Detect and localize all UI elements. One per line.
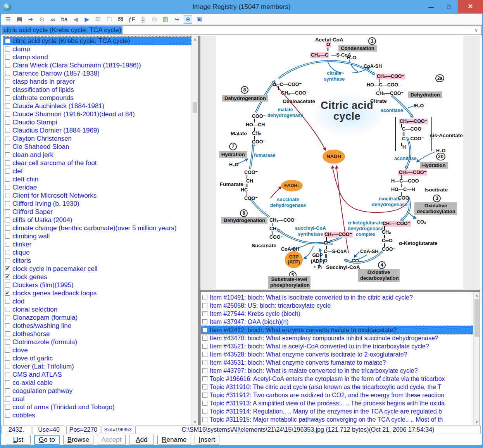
term-list-item[interactable]: clasp hands in prayer: [3, 78, 191, 86]
item-checkbox[interactable]: [5, 136, 10, 141]
term-list-item[interactable]: clove: [3, 346, 191, 354]
item-checkbox[interactable]: [202, 384, 207, 389]
item-checkbox[interactable]: [202, 368, 207, 373]
term-list-item[interactable]: Claude Auchinleck (1884-1981): [3, 102, 191, 110]
term-list-item[interactable]: coagulation pathway: [3, 387, 191, 395]
term-list-item[interactable]: citric acid cycle (Krebs cycle, TCA cycl…: [3, 37, 191, 45]
item-checkbox[interactable]: [5, 299, 10, 304]
item-checkbox[interactable]: [5, 339, 10, 345]
item-checkbox[interactable]: [5, 356, 10, 361]
term-list-item[interactable]: clean and jerk: [3, 151, 191, 159]
insert-button[interactable]: Insert: [195, 435, 220, 445]
item-list-row[interactable]: Item #37947: OAA (bioch)(n): [201, 318, 473, 326]
term-list-item[interactable]: clamp stand: [3, 53, 191, 61]
minimize-button[interactable]: —: [422, 0, 440, 14]
term-list-item[interactable]: cobbles: [3, 411, 191, 419]
chevron-down-icon[interactable]: ∨: [474, 28, 478, 33]
item-list-row[interactable]: Topic #311912: Two carbons are oxidized …: [201, 391, 473, 399]
item-checkbox[interactable]: [202, 295, 207, 300]
term-list-item[interactable]: cliffs of Ustka (2004): [3, 216, 191, 224]
accept-button[interactable]: Accept: [97, 435, 126, 445]
checked-box-icon[interactable]: ☑: [94, 15, 102, 24]
term-list-item[interactable]: Claudio Stampi: [3, 118, 191, 126]
item-checkbox[interactable]: [5, 71, 10, 76]
item-list-row[interactable]: Item #25058: US: bioch: tricarboxylate c…: [201, 302, 473, 310]
item-checkbox[interactable]: [5, 307, 10, 312]
item-list-row[interactable]: Topic #311915: Major metabolic pathways …: [201, 415, 473, 424]
term-list-item[interactable]: Cle Shaheed Sloan: [3, 143, 191, 151]
item-checkbox[interactable]: [202, 327, 207, 333]
item-checkbox[interactable]: [5, 250, 10, 255]
font-size-icon[interactable]: ƒF: [128, 15, 136, 24]
term-list-item[interactable]: ✔clock cycle in pacemaker cell: [3, 265, 191, 273]
random-dice-icon[interactable]: ⚄: [116, 15, 125, 24]
scroll-up-icon[interactable]: ∧: [474, 292, 480, 298]
item-checkbox[interactable]: [5, 315, 10, 320]
item-checkbox[interactable]: [5, 144, 10, 149]
rename-letters-icon[interactable]: ba: [60, 15, 69, 24]
term-list-item[interactable]: Claude Shannon (1916-2001)(dead at 84): [3, 110, 191, 118]
eye-preview-icon[interactable]: ⊙: [38, 15, 46, 24]
scroll-down-icon[interactable]: ∨: [192, 419, 198, 425]
scrollbar-thumb[interactable]: [474, 299, 479, 337]
item-list-row[interactable]: Topic #311914: Regulation.. .. Many of t…: [201, 407, 473, 415]
document-text-icon[interactable]: ▤: [15, 15, 24, 24]
term-list-item[interactable]: clove of garlic: [3, 354, 191, 362]
term-list-item[interactable]: clod: [3, 297, 191, 305]
term-list-item[interactable]: clear cell sarcoma of the foot: [3, 159, 191, 167]
list-view-icon[interactable]: ☰: [4, 15, 12, 24]
browse-button[interactable]: Browse: [63, 435, 94, 445]
term-list-item[interactable]: co-axial cable: [3, 379, 191, 387]
item-checkbox[interactable]: [202, 393, 207, 398]
item-checkbox[interactable]: [5, 38, 10, 43]
maximize-button[interactable]: □: [440, 0, 458, 14]
item-checkbox[interactable]: [5, 217, 10, 222]
term-list-item[interactable]: clotheshorse: [3, 330, 191, 338]
item-checkbox[interactable]: [5, 79, 10, 84]
search-combobox[interactable]: citric acid cycle (Krebs cycle, TCA cycl…: [1, 25, 482, 35]
term-list-item[interactable]: coat of arms (Trinidad and Tobago): [3, 403, 191, 411]
item-checkbox[interactable]: ✔: [5, 274, 10, 279]
term-list-item[interactable]: clique: [3, 248, 191, 257]
item-checkbox[interactable]: ✔: [5, 291, 10, 296]
item-checkbox[interactable]: [5, 388, 10, 393]
item-checkbox[interactable]: [5, 413, 10, 418]
item-checkbox[interactable]: [5, 47, 10, 52]
item-checkbox[interactable]: [5, 258, 10, 263]
term-list-item[interactable]: Cleridae: [3, 183, 191, 191]
term-list-item[interactable]: clathrate compounds: [3, 94, 191, 102]
item-checkbox[interactable]: ✔: [5, 266, 10, 271]
item-checkbox[interactable]: [5, 152, 10, 157]
item-checkbox[interactable]: [5, 201, 10, 206]
item-checkbox[interactable]: [202, 319, 207, 324]
term-list-item[interactable]: clonal selection: [3, 305, 191, 314]
close-button[interactable]: ✕: [458, 0, 483, 13]
item-checkbox[interactable]: [5, 348, 10, 353]
item-checkbox[interactable]: [5, 405, 10, 410]
term-list-item[interactable]: Clockers (film)(1995): [3, 281, 191, 289]
term-list-item[interactable]: ✔clock genes: [3, 273, 191, 281]
scroll-up-icon[interactable]: ∧: [192, 36, 198, 42]
term-list-scrollbar[interactable]: ∧ ∨: [191, 36, 198, 425]
item-checkbox[interactable]: [5, 372, 10, 377]
term-list-item[interactable]: clamp: [3, 45, 191, 53]
item-checkbox[interactable]: [5, 242, 10, 247]
fit-window-icon[interactable]: ⊕: [184, 15, 192, 24]
checklist-icon[interactable]: ▥: [161, 15, 170, 24]
item-checkbox[interactable]: [202, 376, 207, 381]
item-list-row[interactable]: Topic #311910: The citric acid cycle (al…: [201, 383, 473, 391]
item-checkbox[interactable]: [5, 185, 10, 190]
scrollbar-thumb[interactable]: [193, 102, 197, 113]
item-list-row[interactable]: Item #43412: bioch: What enzyme converts…: [201, 326, 473, 334]
item-checkbox[interactable]: [202, 409, 207, 414]
term-list-item[interactable]: cleft chin: [3, 175, 191, 183]
unchecked-box-icon[interactable]: ☐: [105, 15, 114, 24]
item-checkbox[interactable]: [202, 336, 207, 341]
term-list-item[interactable]: clitoris: [3, 257, 191, 265]
list-button[interactable]: List: [6, 435, 31, 445]
item-checkbox[interactable]: [202, 401, 207, 406]
item-list-row[interactable]: Topic #311913: A simplified view of the …: [201, 399, 473, 407]
item-checkbox[interactable]: [5, 95, 10, 100]
item-checkbox[interactable]: [202, 311, 207, 316]
item-list-row[interactable]: Item #43521: bioch: What is acetyl-CoA c…: [201, 342, 473, 350]
